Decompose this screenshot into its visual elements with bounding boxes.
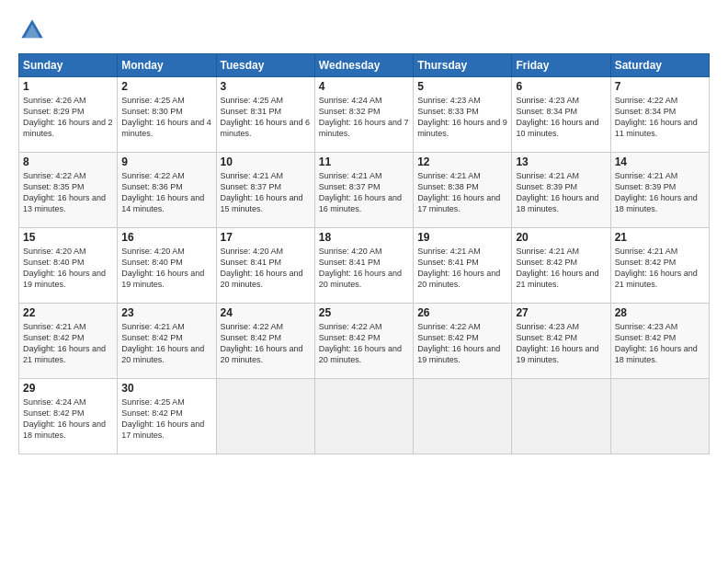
calendar-day-cell: 1 Sunrise: 4:26 AM Sunset: 8:29 PM Dayli… [19,77,118,153]
calendar-day-cell: 2 Sunrise: 4:25 AM Sunset: 8:30 PM Dayli… [118,77,216,153]
calendar-day-cell [512,379,610,454]
day-info: Sunrise: 4:22 AM Sunset: 8:36 PM Dayligh… [121,170,211,215]
calendar-week-row: 1 Sunrise: 4:26 AM Sunset: 8:29 PM Dayli… [19,77,710,153]
day-number: 18 [319,231,409,244]
day-number: 29 [23,382,113,395]
day-number: 6 [516,80,606,93]
page: SundayMondayTuesdayWednesdayThursdayFrid… [0,0,728,563]
day-info: Sunrise: 4:21 AM Sunset: 8:37 PM Dayligh… [221,170,311,215]
calendar-day-cell: 3 Sunrise: 4:25 AM Sunset: 8:31 PM Dayli… [216,77,314,153]
calendar-day-cell: 18 Sunrise: 4:20 AM Sunset: 8:41 PM Dayl… [314,228,413,304]
day-info: Sunrise: 4:21 AM Sunset: 8:42 PM Dayligh… [121,321,211,366]
calendar-day-cell: 16 Sunrise: 4:20 AM Sunset: 8:40 PM Dayl… [118,228,216,304]
day-info: Sunrise: 4:22 AM Sunset: 8:35 PM Dayligh… [23,170,113,215]
day-number: 12 [417,155,507,168]
day-info: Sunrise: 4:23 AM Sunset: 8:42 PM Dayligh… [615,321,705,366]
calendar-day-cell: 12 Sunrise: 4:21 AM Sunset: 8:38 PM Dayl… [414,153,512,228]
calendar-header-cell: Monday [118,54,216,77]
day-number: 7 [615,80,705,93]
calendar-day-cell: 19 Sunrise: 4:21 AM Sunset: 8:41 PM Dayl… [414,228,512,304]
calendar-day-cell: 8 Sunrise: 4:22 AM Sunset: 8:35 PM Dayli… [19,153,118,228]
calendar-day-cell [216,379,314,454]
day-info: Sunrise: 4:21 AM Sunset: 8:37 PM Dayligh… [319,170,409,215]
calendar-day-cell: 28 Sunrise: 4:23 AM Sunset: 8:42 PM Dayl… [610,304,709,379]
day-number: 15 [23,231,113,244]
day-number: 5 [417,80,507,93]
day-info: Sunrise: 4:24 AM Sunset: 8:42 PM Dayligh… [23,396,113,442]
day-info: Sunrise: 4:20 AM Sunset: 8:41 PM Dayligh… [319,246,409,291]
day-info: Sunrise: 4:25 AM Sunset: 8:42 PM Dayligh… [121,396,211,442]
day-info: Sunrise: 4:26 AM Sunset: 8:29 PM Dayligh… [23,95,113,140]
day-number: 10 [221,155,311,168]
day-info: Sunrise: 4:21 AM Sunset: 8:38 PM Dayligh… [417,170,507,215]
day-info: Sunrise: 4:21 AM Sunset: 8:39 PM Dayligh… [615,170,705,215]
day-number: 17 [221,231,311,244]
calendar-body: 1 Sunrise: 4:26 AM Sunset: 8:29 PM Dayli… [19,77,710,454]
calendar-table: SundayMondayTuesdayWednesdayThursdayFrid… [18,53,710,454]
day-number: 24 [221,306,311,319]
day-info: Sunrise: 4:22 AM Sunset: 8:34 PM Dayligh… [615,95,705,140]
day-info: Sunrise: 4:25 AM Sunset: 8:31 PM Dayligh… [221,95,311,140]
day-info: Sunrise: 4:22 AM Sunset: 8:42 PM Dayligh… [319,321,409,366]
day-number: 9 [121,155,211,168]
day-number: 28 [615,306,705,319]
calendar-day-cell: 14 Sunrise: 4:21 AM Sunset: 8:39 PM Dayl… [610,153,709,228]
day-number: 22 [23,306,113,319]
day-info: Sunrise: 4:21 AM Sunset: 8:42 PM Dayligh… [615,246,705,291]
calendar-day-cell: 13 Sunrise: 4:21 AM Sunset: 8:39 PM Dayl… [512,153,610,228]
day-number: 20 [516,231,606,244]
day-number: 1 [23,80,113,93]
day-info: Sunrise: 4:25 AM Sunset: 8:30 PM Dayligh… [121,95,211,140]
calendar-week-row: 22 Sunrise: 4:21 AM Sunset: 8:42 PM Dayl… [19,304,710,379]
day-number: 11 [319,155,409,168]
calendar-day-cell: 30 Sunrise: 4:25 AM Sunset: 8:42 PM Dayl… [118,379,216,454]
day-info: Sunrise: 4:22 AM Sunset: 8:42 PM Dayligh… [221,321,311,366]
calendar-day-cell: 11 Sunrise: 4:21 AM Sunset: 8:37 PM Dayl… [314,153,413,228]
day-number: 2 [121,80,211,93]
calendar-day-cell: 17 Sunrise: 4:20 AM Sunset: 8:41 PM Dayl… [216,228,314,304]
calendar-header-cell: Saturday [610,54,709,77]
calendar-day-cell: 23 Sunrise: 4:21 AM Sunset: 8:42 PM Dayl… [118,304,216,379]
calendar-day-cell: 15 Sunrise: 4:20 AM Sunset: 8:40 PM Dayl… [19,228,118,304]
calendar-week-row: 15 Sunrise: 4:20 AM Sunset: 8:40 PM Dayl… [19,228,710,304]
calendar-header-cell: Thursday [414,54,512,77]
calendar-day-cell: 20 Sunrise: 4:21 AM Sunset: 8:42 PM Dayl… [512,228,610,304]
day-number: 30 [121,382,211,395]
header [18,17,710,44]
logo [18,17,50,44]
day-number: 14 [615,155,705,168]
day-info: Sunrise: 4:22 AM Sunset: 8:42 PM Dayligh… [417,321,507,366]
day-number: 27 [516,306,606,319]
day-info: Sunrise: 4:20 AM Sunset: 8:40 PM Dayligh… [23,246,113,291]
calendar-day-cell [314,379,413,454]
day-info: Sunrise: 4:21 AM Sunset: 8:42 PM Dayligh… [516,246,606,291]
day-info: Sunrise: 4:21 AM Sunset: 8:42 PM Dayligh… [23,321,113,366]
calendar-header-cell: Tuesday [216,54,314,77]
calendar-header-cell: Sunday [19,54,118,77]
calendar-day-cell: 4 Sunrise: 4:24 AM Sunset: 8:32 PM Dayli… [314,77,413,153]
calendar-day-cell [414,379,512,454]
calendar-day-cell: 5 Sunrise: 4:23 AM Sunset: 8:33 PM Dayli… [414,77,512,153]
calendar-header-row: SundayMondayTuesdayWednesdayThursdayFrid… [19,54,710,77]
calendar-day-cell: 6 Sunrise: 4:23 AM Sunset: 8:34 PM Dayli… [512,77,610,153]
calendar-day-cell: 25 Sunrise: 4:22 AM Sunset: 8:42 PM Dayl… [314,304,413,379]
calendar-day-cell: 21 Sunrise: 4:21 AM Sunset: 8:42 PM Dayl… [610,228,709,304]
day-info: Sunrise: 4:23 AM Sunset: 8:33 PM Dayligh… [417,95,507,140]
calendar-day-cell: 24 Sunrise: 4:22 AM Sunset: 8:42 PM Dayl… [216,304,314,379]
calendar-day-cell: 29 Sunrise: 4:24 AM Sunset: 8:42 PM Dayl… [19,379,118,454]
day-info: Sunrise: 4:23 AM Sunset: 8:34 PM Dayligh… [516,95,606,140]
calendar-header-cell: Friday [512,54,610,77]
calendar-day-cell: 10 Sunrise: 4:21 AM Sunset: 8:37 PM Dayl… [216,153,314,228]
calendar-day-cell: 7 Sunrise: 4:22 AM Sunset: 8:34 PM Dayli… [610,77,709,153]
day-number: 26 [417,306,507,319]
calendar-week-row: 29 Sunrise: 4:24 AM Sunset: 8:42 PM Dayl… [19,379,710,454]
calendar-day-cell: 26 Sunrise: 4:22 AM Sunset: 8:42 PM Dayl… [414,304,512,379]
day-number: 19 [417,231,507,244]
day-number: 16 [121,231,211,244]
day-info: Sunrise: 4:20 AM Sunset: 8:40 PM Dayligh… [121,246,211,291]
calendar-header-cell: Wednesday [314,54,413,77]
day-info: Sunrise: 4:21 AM Sunset: 8:39 PM Dayligh… [516,170,606,215]
day-info: Sunrise: 4:21 AM Sunset: 8:41 PM Dayligh… [417,246,507,291]
day-number: 13 [516,155,606,168]
day-number: 21 [615,231,705,244]
